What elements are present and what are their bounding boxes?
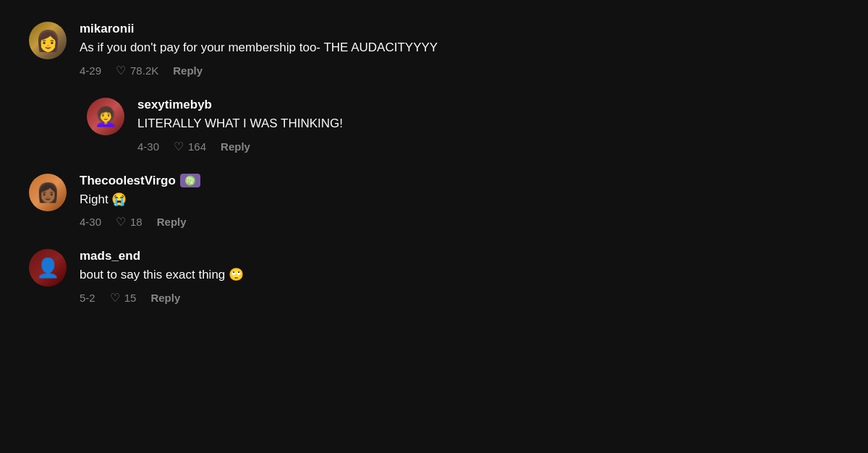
comment-item: mikaronii As if you don't pay for your m…: [29, 22, 680, 77]
comment-date: 4-30: [80, 216, 101, 228]
comment-meta: 4-29 ♡ 78.2K Reply: [80, 64, 680, 77]
comment-item: sexytimebyb LITERALLY WHAT I WAS THINKIN…: [87, 98, 680, 153]
comment-likes[interactable]: ♡ 15: [110, 291, 137, 305]
comment-likes[interactable]: ♡ 78.2K: [116, 64, 158, 77]
comment-meta: 4-30 ♡ 164 Reply: [137, 140, 680, 153]
comment-text: Right 😭: [80, 191, 680, 208]
comment-username: ThecoolestVirgo ♍: [80, 174, 680, 188]
comment-item: ThecoolestVirgo ♍ Right 😭 4-30 ♡ 18 Repl…: [29, 174, 680, 229]
comment-meta: 5-2 ♡ 15 Reply: [80, 291, 680, 305]
reply-button[interactable]: Reply: [157, 216, 187, 228]
reply-button[interactable]: Reply: [173, 64, 203, 77]
heart-icon: ♡: [110, 291, 120, 305]
reply-button[interactable]: Reply: [150, 292, 180, 304]
comment-text: As if you don't pay for your membership …: [80, 39, 680, 56]
virgo-badge: ♍: [180, 174, 200, 187]
comment-date: 4-30: [137, 140, 159, 153]
comment-username: mikaronii: [80, 22, 680, 36]
reply-button[interactable]: Reply: [221, 140, 250, 153]
avatar: [29, 22, 67, 59]
comment-text: bout to say this exact thing 🙄: [80, 266, 680, 284]
comment-content: sexytimebyb LITERALLY WHAT I WAS THINKIN…: [137, 98, 680, 153]
comment-likes[interactable]: ♡ 164: [174, 140, 206, 153]
comment-username: mads_end: [80, 249, 680, 263]
comment-date: 5-2: [80, 292, 95, 304]
comment-item: mads_end bout to say this exact thing 🙄 …: [29, 249, 680, 305]
heart-icon: ♡: [116, 64, 126, 77]
heart-icon: ♡: [116, 215, 126, 229]
avatar: [29, 174, 67, 211]
heart-icon: ♡: [174, 140, 184, 153]
comment-content: mads_end bout to say this exact thing 🙄 …: [80, 249, 680, 305]
avatar: [87, 98, 124, 135]
comment-content: mikaronii As if you don't pay for your m…: [80, 22, 680, 77]
comment-text: LITERALLY WHAT I WAS THINKING!: [137, 115, 680, 132]
comment-date: 4-29: [80, 64, 101, 77]
comment-username: sexytimebyb: [137, 98, 680, 112]
comments-list: mikaronii As if you don't pay for your m…: [29, 14, 680, 332]
comment-likes[interactable]: ♡ 18: [116, 215, 142, 229]
comment-content: ThecoolestVirgo ♍ Right 😭 4-30 ♡ 18 Repl…: [80, 174, 680, 229]
comment-meta: 4-30 ♡ 18 Reply: [80, 215, 680, 229]
avatar: [29, 249, 67, 287]
